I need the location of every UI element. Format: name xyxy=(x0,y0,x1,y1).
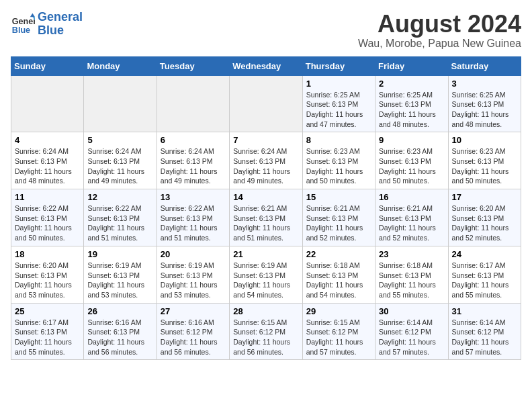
day-info: Sunrise: 6:22 AMSunset: 6:13 PMDaylight:… xyxy=(87,203,152,243)
day-info: Sunrise: 6:25 AMSunset: 6:13 PMDaylight:… xyxy=(452,90,517,130)
day-number: 6 xyxy=(161,135,226,145)
day-info: Sunrise: 6:20 AMSunset: 6:13 PMDaylight:… xyxy=(452,203,517,243)
day-info: Sunrise: 6:24 AMSunset: 6:13 PMDaylight:… xyxy=(15,146,80,186)
day-number: 8 xyxy=(306,135,371,145)
day-info: Sunrise: 6:14 AMSunset: 6:12 PMDaylight:… xyxy=(379,318,444,357)
day-info: Sunrise: 6:18 AMSunset: 6:13 PMDaylight:… xyxy=(306,261,371,300)
calendar-cell: 23Sunrise: 6:18 AMSunset: 6:13 PMDayligh… xyxy=(375,246,448,303)
day-number: 27 xyxy=(161,306,226,316)
calendar-cell: 25Sunrise: 6:17 AMSunset: 6:13 PMDayligh… xyxy=(11,303,84,360)
calendar-cell: 16Sunrise: 6:21 AMSunset: 6:13 PMDayligh… xyxy=(375,189,448,246)
day-info: Sunrise: 6:24 AMSunset: 6:13 PMDaylight:… xyxy=(233,146,298,186)
day-info: Sunrise: 6:24 AMSunset: 6:13 PMDaylight:… xyxy=(87,146,152,186)
calendar-week-row: 1Sunrise: 6:25 AMSunset: 6:13 PMDaylight… xyxy=(11,75,521,132)
calendar-cell: 11Sunrise: 6:22 AMSunset: 6:13 PMDayligh… xyxy=(11,189,84,246)
calendar-cell: 2Sunrise: 6:25 AMSunset: 6:13 PMDaylight… xyxy=(375,75,448,132)
calendar-cell: 7Sunrise: 6:24 AMSunset: 6:13 PMDaylight… xyxy=(230,132,302,189)
day-number: 18 xyxy=(15,249,80,259)
day-number: 13 xyxy=(161,192,226,202)
day-number: 19 xyxy=(87,249,152,259)
day-info: Sunrise: 6:24 AMSunset: 6:13 PMDaylight:… xyxy=(161,146,226,186)
calendar-cell: 3Sunrise: 6:25 AMSunset: 6:13 PMDaylight… xyxy=(448,75,521,132)
day-info: Sunrise: 6:22 AMSunset: 6:13 PMDaylight:… xyxy=(15,203,80,243)
day-number: 15 xyxy=(306,192,371,202)
calendar-cell: 24Sunrise: 6:17 AMSunset: 6:13 PMDayligh… xyxy=(448,246,521,303)
title-area: August 2024 Wau, Morobe, Papua New Guine… xyxy=(358,11,521,50)
subtitle: Wau, Morobe, Papua New Guinea xyxy=(358,38,521,50)
day-number: 17 xyxy=(452,192,517,202)
day-info: Sunrise: 6:18 AMSunset: 6:13 PMDaylight:… xyxy=(379,261,444,300)
day-number: 5 xyxy=(87,135,152,145)
main-title: August 2024 xyxy=(358,11,521,38)
day-info: Sunrise: 6:23 AMSunset: 6:13 PMDaylight:… xyxy=(379,146,444,186)
calendar-cell: 5Sunrise: 6:24 AMSunset: 6:13 PMDaylight… xyxy=(84,132,157,189)
day-info: Sunrise: 6:19 AMSunset: 6:13 PMDaylight:… xyxy=(87,261,152,300)
calendar-cell: 1Sunrise: 6:25 AMSunset: 6:13 PMDaylight… xyxy=(302,75,375,132)
calendar-cell: 22Sunrise: 6:18 AMSunset: 6:13 PMDayligh… xyxy=(302,246,375,303)
calendar-cell: 27Sunrise: 6:16 AMSunset: 6:12 PMDayligh… xyxy=(157,303,229,360)
calendar-cell xyxy=(230,75,302,132)
day-number: 31 xyxy=(452,306,517,316)
day-info: Sunrise: 6:16 AMSunset: 6:13 PMDaylight:… xyxy=(87,318,152,357)
day-number: 1 xyxy=(306,79,371,89)
calendar-cell: 12Sunrise: 6:22 AMSunset: 6:13 PMDayligh… xyxy=(84,189,157,246)
day-info: Sunrise: 6:21 AMSunset: 6:13 PMDaylight:… xyxy=(306,203,371,243)
calendar-week-row: 4Sunrise: 6:24 AMSunset: 6:13 PMDaylight… xyxy=(11,132,521,189)
day-info: Sunrise: 6:15 AMSunset: 6:12 PMDaylight:… xyxy=(233,318,298,357)
day-info: Sunrise: 6:14 AMSunset: 6:12 PMDaylight:… xyxy=(452,318,517,357)
calendar-cell: 20Sunrise: 6:19 AMSunset: 6:13 PMDayligh… xyxy=(157,246,229,303)
calendar-week-row: 18Sunrise: 6:20 AMSunset: 6:13 PMDayligh… xyxy=(11,246,521,303)
svg-text:Blue: Blue xyxy=(12,25,30,34)
day-info: Sunrise: 6:17 AMSunset: 6:13 PMDaylight:… xyxy=(452,261,517,300)
day-number: 10 xyxy=(452,135,517,145)
logo-text: GeneralBlue xyxy=(38,11,83,38)
day-number: 28 xyxy=(233,306,298,316)
day-number: 23 xyxy=(379,249,444,259)
day-number: 16 xyxy=(379,192,444,202)
calendar-cell: 21Sunrise: 6:19 AMSunset: 6:13 PMDayligh… xyxy=(230,246,302,303)
day-info: Sunrise: 6:16 AMSunset: 6:12 PMDaylight:… xyxy=(161,318,226,357)
calendar-week-row: 25Sunrise: 6:17 AMSunset: 6:13 PMDayligh… xyxy=(11,303,521,360)
day-number: 12 xyxy=(87,192,152,202)
header-cell-saturday: Saturday xyxy=(448,56,521,75)
calendar-cell: 19Sunrise: 6:19 AMSunset: 6:13 PMDayligh… xyxy=(84,246,157,303)
calendar-cell xyxy=(11,75,84,132)
calendar-cell xyxy=(84,75,157,132)
header-cell-tuesday: Tuesday xyxy=(157,56,229,75)
header: General Blue GeneralBlue August 2024 Wau… xyxy=(11,11,521,50)
calendar-table: SundayMondayTuesdayWednesdayThursdayFrid… xyxy=(11,56,521,361)
calendar-cell: 17Sunrise: 6:20 AMSunset: 6:13 PMDayligh… xyxy=(448,189,521,246)
calendar-cell: 8Sunrise: 6:23 AMSunset: 6:13 PMDaylight… xyxy=(302,132,375,189)
day-number: 9 xyxy=(379,135,444,145)
day-info: Sunrise: 6:21 AMSunset: 6:13 PMDaylight:… xyxy=(233,203,298,243)
day-info: Sunrise: 6:25 AMSunset: 6:13 PMDaylight:… xyxy=(379,90,444,130)
calendar-cell: 18Sunrise: 6:20 AMSunset: 6:13 PMDayligh… xyxy=(11,246,84,303)
day-info: Sunrise: 6:21 AMSunset: 6:13 PMDaylight:… xyxy=(379,203,444,243)
logo: General Blue GeneralBlue xyxy=(11,11,83,38)
calendar-cell: 28Sunrise: 6:15 AMSunset: 6:12 PMDayligh… xyxy=(230,303,302,360)
calendar-cell: 29Sunrise: 6:15 AMSunset: 6:12 PMDayligh… xyxy=(302,303,375,360)
calendar-header-row: SundayMondayTuesdayWednesdayThursdayFrid… xyxy=(11,56,521,75)
calendar-cell: 15Sunrise: 6:21 AMSunset: 6:13 PMDayligh… xyxy=(302,189,375,246)
calendar-cell: 14Sunrise: 6:21 AMSunset: 6:13 PMDayligh… xyxy=(230,189,302,246)
day-number: 21 xyxy=(233,249,298,259)
day-number: 24 xyxy=(452,249,517,259)
header-cell-friday: Friday xyxy=(375,56,448,75)
svg-marker-2 xyxy=(30,13,35,17)
day-info: Sunrise: 6:15 AMSunset: 6:12 PMDaylight:… xyxy=(306,318,371,357)
calendar-cell: 30Sunrise: 6:14 AMSunset: 6:12 PMDayligh… xyxy=(375,303,448,360)
header-cell-wednesday: Wednesday xyxy=(230,56,302,75)
logo-icon: General Blue xyxy=(11,12,35,36)
day-number: 14 xyxy=(233,192,298,202)
calendar-cell xyxy=(157,75,229,132)
header-cell-sunday: Sunday xyxy=(11,56,84,75)
calendar-cell: 6Sunrise: 6:24 AMSunset: 6:13 PMDaylight… xyxy=(157,132,229,189)
calendar-cell: 10Sunrise: 6:23 AMSunset: 6:13 PMDayligh… xyxy=(448,132,521,189)
day-info: Sunrise: 6:20 AMSunset: 6:13 PMDaylight:… xyxy=(15,261,80,300)
day-info: Sunrise: 6:17 AMSunset: 6:13 PMDaylight:… xyxy=(15,318,80,357)
day-info: Sunrise: 6:19 AMSunset: 6:13 PMDaylight:… xyxy=(161,261,226,300)
day-number: 30 xyxy=(379,306,444,316)
day-info: Sunrise: 6:23 AMSunset: 6:13 PMDaylight:… xyxy=(306,146,371,186)
day-number: 26 xyxy=(87,306,152,316)
day-number: 4 xyxy=(15,135,80,145)
